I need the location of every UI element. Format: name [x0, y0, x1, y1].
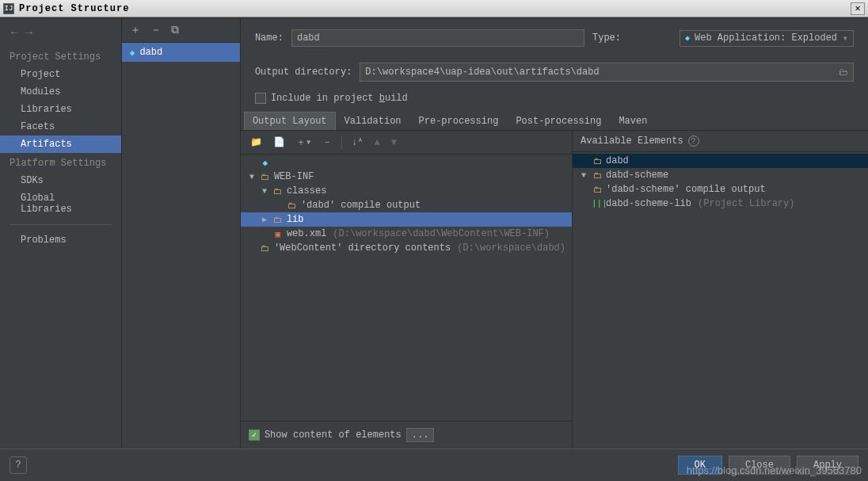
available-label: dabd — [606, 155, 629, 166]
app-icon: IJ — [3, 3, 14, 14]
dialog-footer: ? OK Close Apply — [0, 449, 868, 481]
tree-hint: (D:\workspace\dabd) — [457, 242, 565, 254]
type-label: Type: — [592, 32, 672, 44]
available-header-label: Available Elements — [581, 136, 683, 147]
include-build-label: Include in project build — [271, 93, 408, 104]
web-app-icon: ◆ — [685, 33, 690, 43]
available-label: 'dabd-scheme' compile output — [606, 184, 766, 195]
back-arrow-icon[interactable]: ← — [11, 26, 17, 39]
tree-row[interactable]: 🗀'WebContent' directory contents(D:\work… — [241, 241, 572, 255]
artifact-toolbar: ＋ － ⧉ — [122, 18, 240, 43]
output-dir-label: Output directory: — [255, 67, 352, 78]
output-tree[interactable]: ◆▼🗀WEB-INF▼🗀classes🗀'dabd' compile outpu… — [241, 155, 572, 421]
sidebar-divider — [10, 224, 112, 225]
cancel-button[interactable]: Close — [729, 456, 790, 475]
sidebar-item-global-libraries[interactable]: Global Libraries — [0, 189, 121, 218]
name-input[interactable] — [291, 29, 584, 47]
tree-row[interactable]: ▣web.xml(D:\workspace\dabd\WebContent\WE… — [241, 227, 572, 241]
main-panel: Name: Type: ◆ Web Application: Exploded … — [241, 18, 868, 449]
available-label: dabd-scheme-lib — [606, 198, 691, 209]
name-label: Name: — [255, 32, 284, 44]
tree-label: 'WebContent' directory contents — [274, 242, 451, 254]
tree-label: lib — [287, 214, 304, 225]
sidebar-item-sdks[interactable]: SDKs — [0, 172, 121, 189]
copy-icon[interactable]: ⧉ — [171, 24, 179, 36]
move-up-icon[interactable]: ▲ — [371, 136, 383, 150]
sidebar-item-modules[interactable]: Modules — [0, 83, 121, 101]
output-toolbar: 📁 📄 ＋▾ － ↓ᴬ ▲ ▼ — [241, 131, 572, 155]
expand-icon[interactable]: ▼ — [579, 171, 588, 180]
add-copy-icon[interactable]: ＋▾ — [293, 134, 314, 151]
sort-icon[interactable]: ↓ᴬ — [348, 135, 366, 150]
tree-label: web.xml — [287, 228, 326, 239]
window-title: Project Structure — [19, 3, 851, 14]
apply-button[interactable]: Apply — [797, 456, 858, 475]
available-elements-panel: Available Elements ? 🗀dabd▼🗀dabd-scheme🗀… — [573, 131, 868, 449]
tab-output-layout[interactable]: Output Layout — [244, 112, 336, 130]
tree-label: classes — [287, 185, 326, 197]
output-dir-input[interactable] — [365, 67, 834, 78]
new-file-icon[interactable]: 📄 — [270, 135, 288, 150]
settings-sidebar: ← → Project Settings ProjectModulesLibra… — [0, 18, 122, 449]
available-hint: (Project Library) — [698, 198, 794, 209]
expand-icon[interactable]: ▼ — [247, 173, 257, 181]
ok-button[interactable]: OK — [678, 456, 722, 475]
tree-label: 'dabd' compile output — [301, 200, 421, 211]
available-row[interactable]: 🗀dabd — [573, 154, 868, 168]
type-select[interactable]: ◆ Web Application: Exploded ▾ — [680, 30, 854, 47]
artifact-item[interactable]: ◆dabd — [122, 43, 240, 62]
show-content-config-button[interactable]: ... — [406, 428, 435, 442]
forward-arrow-icon[interactable]: → — [25, 26, 32, 39]
tree-label: WEB-INF — [274, 171, 314, 182]
tab-post-processing[interactable]: Post-processing — [507, 112, 610, 130]
show-content-checkbox[interactable]: ✓ — [249, 429, 260, 441]
include-build-checkbox[interactable] — [255, 93, 266, 104]
tab-validation[interactable]: Validation — [336, 112, 410, 130]
output-dir-field[interactable]: 🗁 — [360, 63, 854, 82]
available-row[interactable]: |||dabd-scheme-lib(Project Library) — [573, 197, 868, 211]
output-layout-panel: 📁 📄 ＋▾ － ↓ᴬ ▲ ▼ ◆▼🗀WEB-INF▼🗀classes🗀'dab… — [241, 131, 573, 449]
chevron-down-icon: ▾ — [843, 32, 848, 44]
type-value: Web Application: Exploded — [695, 32, 838, 44]
tree-row[interactable]: 🗀'dabd' compile output — [241, 198, 572, 212]
tree-hint: (D:\workspace\dabd\WebContent\WEB-INF) — [333, 228, 550, 239]
titlebar: IJ Project Structure ✕ — [0, 0, 868, 17]
browse-folder-icon[interactable]: 🗁 — [839, 67, 848, 78]
tree-row[interactable]: ◆ — [241, 156, 572, 170]
artifact-label: dabd — [139, 47, 162, 58]
new-folder-icon[interactable]: 📁 — [247, 135, 265, 150]
available-row[interactable]: ▼🗀dabd-scheme — [573, 168, 868, 182]
sidebar-item-artifacts[interactable]: Artifacts — [0, 136, 121, 153]
sidebar-item-libraries[interactable]: Libraries — [0, 101, 121, 118]
available-tree[interactable]: 🗀dabd▼🗀dabd-scheme🗀'dabd-scheme' compile… — [573, 152, 868, 449]
move-down-icon[interactable]: ▼ — [388, 136, 400, 150]
sidebar-item-facets[interactable]: Facets — [0, 118, 121, 136]
expand-icon[interactable]: ▶ — [260, 215, 269, 224]
available-label: dabd-scheme — [606, 170, 668, 181]
section-project-settings: Project Settings — [0, 47, 121, 66]
tab-pre-processing[interactable]: Pre-processing — [410, 112, 508, 130]
artifact-list-panel: ＋ － ⧉ ◆dabd — [122, 18, 241, 449]
remove-icon[interactable]: － — [150, 23, 162, 37]
section-platform-settings: Platform Settings — [0, 153, 121, 172]
help-icon[interactable]: ? — [688, 136, 699, 147]
sidebar-item-project[interactable]: Project — [0, 66, 121, 83]
content-split: 📁 📄 ＋▾ － ↓ᴬ ▲ ▼ ◆▼🗀WEB-INF▼🗀classes🗀'dab… — [241, 131, 868, 449]
artifact-icon: ◆ — [130, 48, 135, 58]
show-content-label: Show content of elements — [265, 429, 402, 441]
tree-row[interactable]: ▶🗀lib — [241, 212, 572, 227]
body: ← → Project Settings ProjectModulesLibra… — [0, 17, 868, 449]
tree-row[interactable]: ▼🗀WEB-INF — [241, 170, 572, 184]
tabs: Output LayoutValidationPre-processingPos… — [241, 112, 868, 131]
help-button[interactable]: ? — [10, 456, 27, 474]
remove-item-icon[interactable]: － — [319, 134, 335, 151]
sidebar-item-problems[interactable]: Problems — [0, 231, 121, 249]
tree-row[interactable]: ▼🗀classes — [241, 184, 572, 198]
add-icon[interactable]: ＋ — [130, 23, 141, 37]
available-row[interactable]: 🗀'dabd-scheme' compile output — [573, 182, 868, 197]
toolbar-separator — [341, 136, 342, 149]
close-window-button[interactable]: ✕ — [851, 2, 865, 15]
expand-icon[interactable]: ▼ — [260, 187, 269, 196]
tab-maven[interactable]: Maven — [610, 112, 656, 130]
